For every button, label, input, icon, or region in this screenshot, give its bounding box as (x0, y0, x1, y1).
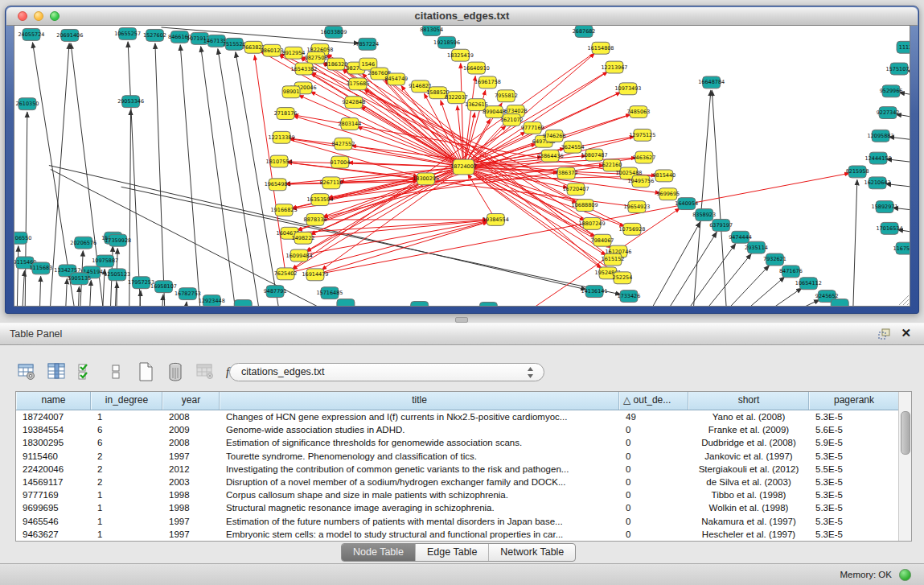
graph-node[interactable]: 8427552 (331, 138, 355, 150)
table-row[interactable]: 2242004622012Investigating the contribut… (16, 463, 899, 476)
graph-node[interactable]: 15716485 (316, 287, 343, 299)
table-row[interactable]: 977716911998Corpus callosum shape and si… (16, 488, 899, 501)
graph-node[interactable]: 12444158 (865, 152, 892, 164)
graph-node[interactable]: 16154808 (588, 42, 614, 54)
delete-column-icon[interactable] (165, 360, 186, 383)
graph-node[interactable]: 16914479 (302, 269, 329, 281)
graph-node[interactable]: 16210643 (864, 177, 891, 189)
graph-node[interactable]: 1167533 (893, 242, 910, 254)
graph-node[interactable]: 12213967 (602, 61, 628, 73)
graph-node[interactable]: 8186328 (325, 58, 348, 70)
graph-node[interactable]: 7955812 (495, 90, 518, 102)
column-header-short[interactable]: short (688, 392, 809, 410)
graph-node[interactable]: 15751074 (886, 63, 910, 75)
table-row[interactable]: 1830029562008Estimation of significance … (16, 436, 899, 449)
graph-node[interactable]: 18325419 (447, 49, 474, 61)
graph-node[interactable]: 9242848 (342, 97, 365, 109)
resize-grip[interactable] (899, 295, 909, 305)
graph-node[interactable]: 10655257 (114, 27, 141, 39)
graph-node[interactable]: 16033809 (320, 26, 347, 38)
graph-node[interactable]: 1527602 (143, 29, 166, 41)
table-row[interactable]: 946362711997Embryonic stem cells: a mode… (16, 528, 899, 541)
graph-node[interactable]: 252254 (613, 272, 633, 284)
graph-node[interactable] (411, 302, 429, 306)
graph-node[interactable]: 12095883 (868, 130, 894, 142)
tab-network-table[interactable]: Network Table (489, 544, 575, 561)
graph-node[interactable]: 10654112 (795, 278, 822, 290)
delete-table-icon[interactable] (195, 360, 216, 383)
graph-node[interactable]: 6379197 (709, 219, 733, 231)
column-header-out_de[interactable]: △ out_de... (619, 392, 688, 410)
graph-node[interactable]: 8454749 (384, 73, 408, 85)
graph-node[interactable]: 2803144 (338, 118, 361, 130)
graph-node[interactable]: 8912954 (282, 47, 306, 59)
graph-node[interactable]: 20691406 (56, 29, 83, 41)
graph-node[interactable]: 19384554 (483, 213, 509, 225)
graph-node[interactable]: 10975887 (92, 255, 118, 267)
graph-node[interactable]: 12505123 (104, 269, 130, 281)
graph-node[interactable]: 2610350 (16, 98, 39, 110)
table-row[interactable]: 911546021997Tourette syndrome. Phenomeno… (16, 450, 899, 463)
table-scrollbar[interactable] (898, 392, 911, 541)
graph-node[interactable]: 24055724 (18, 28, 44, 40)
table-scrollbar-thumb[interactable] (901, 411, 910, 455)
graph-node[interactable]: 1615152 (602, 253, 625, 266)
graph-node[interactable]: 19166825 (271, 204, 298, 216)
graph-node[interactable] (479, 303, 497, 306)
checkmark-columns-icon[interactable] (76, 360, 97, 383)
graph-node[interactable]: 1640954 (675, 198, 698, 210)
table-row[interactable]: 1938455462009Genome-wide association stu… (16, 423, 899, 436)
graph-node[interactable] (234, 300, 252, 306)
column-header-pagerank[interactable]: pagerank (809, 392, 899, 410)
graph-node[interactable]: 9487791 (264, 286, 287, 298)
graph-node[interactable]: 16640910 (463, 62, 490, 74)
table-settings-icon[interactable] (16, 360, 37, 383)
graph-node[interactable]: 15892971 (872, 201, 898, 213)
table-row[interactable]: 969969511998Structural magnetic resonanc… (16, 501, 899, 514)
graph-node[interactable]: 8215958 (846, 166, 869, 178)
graph-node[interactable]: 2687682 (573, 26, 596, 37)
tab-edge-table[interactable]: Edge Table (416, 544, 489, 561)
float-panel-icon[interactable] (878, 328, 890, 340)
graph-node[interactable]: 19654985 (265, 179, 291, 191)
tab-node-table[interactable]: Node Table (342, 544, 416, 561)
network-canvas[interactable]: 2405572420691406106552571527602846616010… (14, 25, 910, 307)
graph-node[interactable]: 12213389 (269, 131, 295, 143)
graph-node[interactable]: 7625402 (274, 268, 298, 280)
graph-node[interactable]: 29053346 (117, 96, 144, 108)
graph-node[interactable]: 25206550 (14, 232, 31, 244)
column-header-year[interactable]: year (162, 392, 220, 410)
graph-node[interactable]: 8267110 (320, 177, 343, 189)
graph-node[interactable]: 1621072 (500, 114, 524, 126)
close-panel-icon[interactable]: ✕ (901, 326, 911, 340)
graph-node[interactable]: 19218596 (433, 36, 460, 48)
graph-node[interactable]: 2718176 (274, 108, 298, 120)
graph-node[interactable]: 7932621 (763, 253, 786, 266)
graph-node[interactable]: 9699695 (656, 188, 680, 200)
graph-node[interactable] (831, 299, 848, 306)
table-row[interactable]: 1872400712008Changes of HCN gene express… (16, 410, 899, 423)
graph-node[interactable]: 1112 (897, 41, 910, 53)
new-column-icon[interactable] (135, 360, 156, 383)
table-row[interactable]: 946554611997Estimation of the future num… (16, 515, 899, 528)
graph-node[interactable]: 9860123 (261, 44, 284, 56)
graph-node[interactable] (337, 299, 355, 306)
graph-node[interactable]: 5905135 (68, 273, 91, 285)
graph-node[interactable]: 98901 (282, 86, 300, 98)
graph-node[interactable]: 16648784 (698, 76, 725, 89)
network-window-titlebar[interactable]: citations_edges.txt (6, 7, 918, 26)
graph-node[interactable]: 8471676 (779, 266, 803, 278)
graph-node[interactable]: 7857224 (355, 38, 379, 50)
graph-node[interactable]: 9529966 (880, 85, 903, 97)
graph-node[interactable]: 3175685 (346, 78, 369, 90)
graph-node[interactable]: 7485063 (626, 106, 650, 118)
table-selector-dropdown[interactable]: citations_edges.txt (229, 363, 544, 381)
panel-splitter-handle[interactable] (455, 317, 468, 323)
graph-node[interactable]: 9815440 (652, 170, 676, 182)
graph-node[interactable]: 8878334 (304, 213, 327, 225)
column-select-icon[interactable] (46, 360, 67, 383)
column-header-title[interactable]: title (220, 392, 619, 410)
graph-node[interactable]: 9777169 (521, 122, 544, 134)
graph-node[interactable]: 9746266 (543, 130, 566, 142)
graph-node[interactable]: 8358923 (692, 209, 716, 221)
